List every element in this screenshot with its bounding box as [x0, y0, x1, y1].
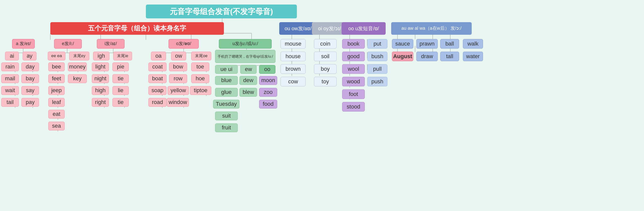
toe: toe [191, 62, 209, 71]
zoo: zoo [259, 88, 277, 97]
ee-ea-label: ee ea [48, 52, 65, 60]
brown: brown [280, 64, 306, 74]
hoe: hoe [191, 74, 209, 83]
foot: foot [342, 89, 365, 99]
tie1: tie [112, 74, 129, 83]
walk: walk [463, 39, 483, 49]
book: book [342, 39, 365, 49]
put: put [367, 39, 387, 49]
boat: boat [148, 74, 167, 83]
ow-label: ow [171, 52, 186, 60]
row: row [169, 74, 187, 83]
coat: coat [148, 62, 167, 71]
money: money [68, 62, 87, 71]
high: high [92, 86, 109, 95]
cow: cow [280, 77, 306, 86]
au-aw-header: au aw al wa（a在w后） 发/ɔː/ [391, 22, 472, 35]
main-title: 元音字母组合发音(不发字母音) [146, 5, 297, 18]
pay: pay [21, 98, 39, 107]
stood: stood [342, 102, 365, 112]
blue: blue [215, 76, 238, 85]
feet: feet [48, 74, 65, 83]
o-group-label: o发/əʊ/ [169, 39, 199, 49]
oe-label: 末尾oe [191, 52, 211, 60]
red-header: 五个元音字母（组合）读本身名字 [50, 22, 224, 35]
blew: blew [239, 88, 257, 97]
tiptoe: tiptoe [190, 86, 211, 95]
i-group-label: i发/aɪ/ [97, 39, 125, 49]
moon: moon [259, 76, 277, 85]
ou-ow-header: ou ow发/aʊ/ [279, 22, 317, 35]
suit: suit [215, 112, 238, 120]
say: say [21, 86, 39, 95]
igh-label: igh [93, 52, 109, 60]
wool: wool [342, 64, 365, 74]
lie: lie [112, 86, 129, 95]
mowey-ey-label: 末尾ey [69, 52, 89, 60]
tall: tall [440, 52, 459, 61]
oo-u-short-header: oo u发短音/ʊ/ [342, 22, 386, 35]
wood: wood [342, 77, 365, 86]
pull: pull [367, 64, 387, 74]
oa-label: oa [151, 52, 166, 60]
night: night [92, 74, 109, 83]
bay: bay [21, 74, 39, 83]
august: August [392, 52, 413, 61]
house: house [280, 52, 306, 61]
rain: rain [1, 62, 19, 71]
ay-label: ay [23, 52, 36, 60]
boy: boy [314, 64, 337, 74]
mail: mail [1, 74, 19, 83]
dew: dew [239, 76, 257, 85]
sea: sea [48, 122, 65, 130]
a-group-label: a 发/eɪ/ [12, 39, 35, 49]
soap: soap [148, 86, 167, 95]
mouse: mouse [280, 39, 306, 49]
u-group-label: u发/juː/或/uː/ [219, 39, 272, 49]
ew-label: ew [240, 65, 257, 74]
toy: toy [314, 77, 337, 86]
sauce: sauce [392, 39, 413, 49]
tie2: tie [112, 98, 129, 107]
good: good [342, 52, 365, 61]
bow: bow [169, 62, 187, 71]
light: light [92, 62, 109, 71]
day: day [21, 62, 39, 71]
key: key [68, 74, 87, 83]
glue: glue [215, 88, 238, 97]
food: food [259, 100, 277, 109]
ue-ui-label: ue ui [215, 65, 238, 74]
pie: pie [112, 62, 129, 71]
soil: soil [314, 52, 337, 61]
bush: bush [367, 52, 387, 61]
coin: coin [314, 39, 337, 49]
ball: ball [440, 39, 459, 49]
leaf: leaf [48, 98, 65, 107]
window: window [167, 98, 189, 107]
ai-label: ai [5, 52, 19, 60]
ie-label: 末尾ie [113, 52, 132, 60]
road: road [148, 98, 167, 107]
water: water [463, 52, 483, 61]
right: right [92, 98, 109, 107]
prawn: prawn [416, 39, 438, 49]
yellow: yellow [168, 86, 189, 95]
tail: tail [1, 98, 19, 107]
push: push [367, 77, 387, 86]
wait: wait [1, 86, 19, 95]
chart-container: 元音字母组合发音(不发字母音) 五个元音字母（组合）读本身名字 a 发/eɪ/ … [0, 0, 644, 211]
oo-label: oo [259, 65, 275, 74]
bee: bee [48, 62, 65, 71]
fruit: fruit [215, 123, 238, 132]
u-note: 手机扔了嗯嗯哭，在字母sjrl后发/uː/ [215, 50, 275, 63]
jeep: jeep [48, 86, 65, 95]
e-group-label: e发/iː/ [54, 39, 82, 49]
tuesday: Tuesday [213, 100, 239, 109]
draw: draw [416, 52, 438, 61]
eat: eat [48, 110, 65, 119]
